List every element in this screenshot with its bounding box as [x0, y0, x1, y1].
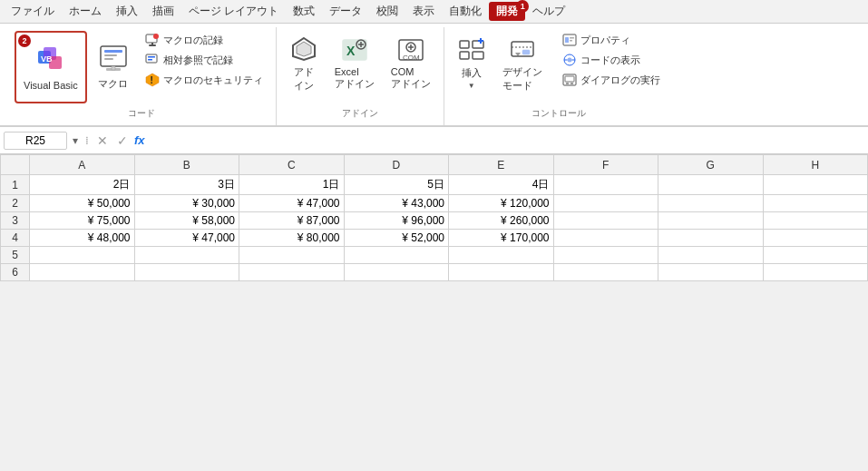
relative-ref-button[interactable]: 相対参照で記録: [140, 51, 268, 69]
cell-4-7[interactable]: [658, 230, 764, 247]
row-header-4[interactable]: 4: [1, 230, 30, 247]
addin-button[interactable]: アドイン: [284, 31, 324, 96]
cell-5-8[interactable]: [763, 247, 868, 264]
col-header-g[interactable]: G: [658, 155, 764, 175]
row-header-6[interactable]: 6: [1, 264, 30, 281]
cell-3-1[interactable]: ¥ 75,000: [30, 212, 135, 230]
menu-automate[interactable]: 自動化: [442, 2, 489, 21]
row-header-3[interactable]: 3: [1, 212, 30, 230]
cell-3-7[interactable]: [658, 212, 764, 230]
cell-1-4[interactable]: 5日: [344, 175, 449, 195]
svg-rect-6: [104, 54, 117, 56]
cell-6-7[interactable]: [658, 264, 764, 281]
cell-3-6[interactable]: [553, 212, 658, 230]
cell-5-6[interactable]: [553, 247, 658, 264]
cell-4-2[interactable]: ¥ 47,000: [134, 230, 239, 247]
cell-5-4[interactable]: [344, 247, 449, 264]
cell-5-2[interactable]: [134, 247, 239, 264]
cell-3-4[interactable]: ¥ 96,000: [344, 212, 449, 230]
cell-3-2[interactable]: ¥ 58,000: [134, 212, 239, 230]
cell-4-8[interactable]: [763, 230, 868, 247]
com-addin-label: COMアドイン: [391, 66, 431, 91]
cell-5-1[interactable]: [30, 247, 135, 264]
cell-4-4[interactable]: ¥ 52,000: [344, 230, 449, 247]
cell-5-7[interactable]: [658, 247, 764, 264]
cell-3-3[interactable]: ¥ 87,000: [239, 212, 345, 230]
menu-review[interactable]: 校閲: [369, 2, 405, 21]
menu-draw[interactable]: 描画: [145, 2, 181, 21]
menu-data[interactable]: データ: [322, 2, 369, 21]
col-header-b[interactable]: B: [134, 155, 239, 175]
col-header-f[interactable]: F: [553, 155, 658, 175]
formula-input[interactable]: [149, 132, 864, 149]
menu-home[interactable]: ホーム: [62, 2, 109, 21]
cell-1-7[interactable]: [658, 175, 764, 195]
cell-ref-dropdown[interactable]: ▾: [71, 134, 80, 147]
macro-security-button[interactable]: ! マクロのセキュリティ: [140, 71, 268, 89]
cell-4-1[interactable]: ¥ 48,000: [30, 230, 135, 247]
record-macro-icon: [145, 33, 160, 47]
cell-6-3[interactable]: [239, 264, 345, 281]
row-header-1[interactable]: 1: [1, 175, 30, 195]
cell-6-1[interactable]: [30, 264, 135, 281]
properties-button[interactable]: プロパティ: [557, 31, 666, 49]
insert-control-button[interactable]: 挿入 ▼: [452, 31, 492, 94]
cell-reference[interactable]: R25: [4, 132, 67, 150]
col-header-h[interactable]: H: [763, 155, 868, 175]
row-header-5[interactable]: 5: [1, 247, 30, 264]
cell-5-3[interactable]: [239, 247, 345, 264]
cancel-formula-button[interactable]: ✕: [94, 133, 111, 148]
row-header-2[interactable]: 2: [1, 195, 30, 212]
menu-view[interactable]: 表示: [405, 2, 442, 21]
view-code-icon: [562, 53, 577, 67]
cell-6-6[interactable]: [553, 264, 658, 281]
cell-1-8[interactable]: [763, 175, 868, 195]
menu-developer[interactable]: 1 開発: [489, 2, 525, 21]
ribbon-control-content: 挿入 ▼ デザインモード: [452, 31, 666, 103]
col-header-d[interactable]: D: [344, 155, 449, 175]
cell-4-6[interactable]: [553, 230, 658, 247]
col-header-e[interactable]: E: [449, 155, 554, 175]
menubar: ファイル ホーム 挿入 描画 ページ レイアウト 数式 データ 校閲 表示 自動…: [0, 0, 868, 24]
cell-3-8[interactable]: [763, 212, 868, 230]
cell-6-8[interactable]: [763, 264, 868, 281]
cell-2-2[interactable]: ¥ 30,000: [134, 195, 239, 212]
cell-5-5[interactable]: [449, 247, 554, 264]
design-mode-button[interactable]: デザインモード: [497, 31, 548, 96]
run-dialog-button[interactable]: ダイアログの実行: [557, 71, 666, 89]
function-icon[interactable]: fx: [134, 133, 145, 147]
com-addin-button[interactable]: COM COMアドイン: [385, 31, 436, 94]
menu-page-layout[interactable]: ページ レイアウト: [181, 2, 286, 21]
cell-1-5[interactable]: 4日: [449, 175, 554, 195]
menu-formula[interactable]: 数式: [286, 2, 322, 21]
cell-2-4[interactable]: ¥ 43,000: [344, 195, 449, 212]
cell-2-3[interactable]: ¥ 47,000: [239, 195, 345, 212]
cell-1-6[interactable]: [553, 175, 658, 195]
cell-1-2[interactable]: 3日: [134, 175, 239, 195]
menu-insert[interactable]: 挿入: [109, 2, 145, 21]
col-header-c[interactable]: C: [239, 155, 345, 175]
cell-2-6[interactable]: [553, 195, 658, 212]
cell-1-3[interactable]: 1日: [239, 175, 345, 195]
record-macro-button[interactable]: マクロの記録: [140, 31, 268, 49]
menu-help[interactable]: ヘルプ: [525, 2, 572, 21]
cell-2-1[interactable]: ¥ 50,000: [30, 195, 135, 212]
confirm-formula-button[interactable]: ✓: [114, 133, 131, 148]
excel-addin-button[interactable]: X Excelアドイン: [329, 31, 380, 94]
cell-4-3[interactable]: ¥ 80,000: [239, 230, 345, 247]
table-row: 4¥ 48,000¥ 47,000¥ 80,000¥ 52,000¥ 170,0…: [1, 230, 868, 247]
cell-3-5[interactable]: ¥ 260,000: [449, 212, 554, 230]
cell-2-8[interactable]: [763, 195, 868, 212]
view-code-button[interactable]: コードの表示: [557, 51, 666, 69]
cell-2-5[interactable]: ¥ 120,000: [449, 195, 554, 212]
visual-basic-button[interactable]: 2 VB Visual Basic: [15, 31, 87, 103]
cell-6-5[interactable]: [449, 264, 554, 281]
cell-4-5[interactable]: ¥ 170,000: [449, 230, 554, 247]
menu-file[interactable]: ファイル: [4, 2, 62, 21]
cell-6-2[interactable]: [134, 264, 239, 281]
cell-1-1[interactable]: 2日: [30, 175, 135, 195]
cell-6-4[interactable]: [344, 264, 449, 281]
macro-button[interactable]: マクロ: [91, 31, 136, 103]
col-header-a[interactable]: A: [30, 155, 135, 175]
cell-2-7[interactable]: [658, 195, 764, 212]
